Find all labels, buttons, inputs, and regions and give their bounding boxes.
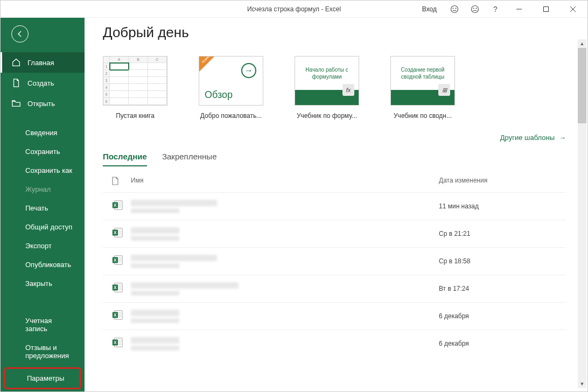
arrow-right-icon: → — [559, 134, 566, 142]
template-blank-thumb: ABC 1 2 3 4 5 6 — [103, 56, 167, 106]
excel-file-icon — [111, 227, 123, 239]
back-button[interactable] — [11, 25, 29, 43]
scroll-thumb[interactable] — [578, 48, 586, 123]
file-path-blurred — [131, 263, 179, 268]
template-pivot-label: Учебник по сводн... — [390, 112, 455, 120]
col-name: Имя — [131, 177, 439, 187]
signin-button[interactable]: Вход — [416, 5, 443, 13]
file-row[interactable]: Ср в 18:58 — [103, 247, 566, 275]
nav-open[interactable]: Открыть — [1, 93, 85, 114]
recent-files-list: Имя Дата изменения 11 мин назад Ср в 21:… — [103, 171, 566, 391]
close-button[interactable] — [561, 1, 585, 18]
window-title: Исчезла строка формул - Excel — [247, 5, 341, 13]
file-row[interactable]: 11 мин назад — [103, 192, 566, 220]
scroll-up-icon[interactable]: ▲ — [578, 39, 586, 48]
nav-history: Журнал — [1, 180, 85, 199]
excel-file-icon — [111, 282, 123, 293]
tab-pinned[interactable]: Закрепленные — [162, 152, 217, 166]
template-pivot-thumb: Создание первой сводной таблицы ⊞ — [390, 56, 455, 106]
file-date: Ср в 18:58 — [439, 257, 557, 265]
arrow-right-icon: → — [241, 63, 256, 78]
file-path-blurred — [131, 346, 179, 351]
col-date: Дата изменения — [439, 177, 557, 187]
help-icon[interactable]: ? — [486, 1, 505, 18]
nav-home-label: Главная — [27, 59, 54, 67]
template-blank[interactable]: ABC 1 2 3 4 5 6 Пустая книга — [103, 56, 167, 120]
svg-point-3 — [472, 5, 479, 12]
excel-file-icon — [111, 254, 123, 266]
svg-point-2 — [456, 8, 456, 9]
nav-new[interactable]: Создать — [1, 73, 85, 93]
vertical-scrollbar[interactable]: ▲ ▼ — [578, 39, 586, 388]
svg-point-5 — [476, 8, 477, 9]
svg-point-0 — [451, 5, 458, 12]
template-formulas-label: Учебник по форму... — [295, 112, 359, 120]
nav-share[interactable]: Общий доступ — [1, 218, 85, 236]
minimize-button[interactable] — [507, 1, 531, 18]
file-name-blurred — [131, 282, 239, 289]
file-date: Вт в 17:24 — [439, 285, 557, 292]
file-path-blurred — [131, 318, 179, 323]
template-tour-label: Добро пожаловать... — [199, 112, 263, 120]
nav-options[interactable]: Параметры — [4, 367, 81, 389]
recent-tabs: Последние Закрепленные — [103, 152, 566, 167]
file-date: 6 декабря — [439, 340, 557, 347]
nav-new-label: Создать — [27, 79, 54, 87]
nav-feedback[interactable]: Отзывы и предложения — [1, 338, 85, 365]
templates-row: ABC 1 2 3 4 5 6 Пустая книга Новинка → О… — [103, 56, 566, 120]
nav-export[interactable]: Экспорт — [1, 236, 85, 255]
pivot-icon: ⊞ — [438, 84, 450, 96]
file-path-blurred — [131, 291, 179, 296]
file-name-blurred — [131, 337, 179, 344]
file-name-blurred — [131, 227, 179, 234]
sad-face-icon[interactable] — [466, 1, 484, 18]
svg-rect-7 — [544, 6, 549, 11]
nav-account[interactable]: Учетная запись — [1, 311, 85, 338]
template-tour-thumb: Новинка → Обзор — [199, 56, 263, 106]
nav-publish[interactable]: Опубликовать — [1, 255, 85, 274]
file-row[interactable]: Ср в 21:21 — [103, 220, 566, 247]
tab-recent[interactable]: Последние — [103, 152, 147, 166]
file-path-blurred — [131, 236, 179, 241]
nav-saveas[interactable]: Сохранить как — [1, 161, 85, 180]
maximize-button[interactable] — [534, 1, 558, 18]
svg-point-4 — [473, 8, 474, 9]
scroll-down-icon[interactable]: ▼ — [578, 380, 586, 388]
excel-file-icon — [111, 309, 123, 321]
file-date: 6 декабря — [439, 312, 557, 320]
svg-point-1 — [453, 8, 453, 9]
file-date: Ср в 21:21 — [439, 230, 557, 237]
nav-save[interactable]: Сохранить — [1, 142, 85, 161]
template-formulas-thumb: Начало работы с формулами fx — [295, 56, 359, 106]
nav-close[interactable]: Закрыть — [1, 274, 85, 293]
template-pivot[interactable]: Создание первой сводной таблицы ⊞ Учебни… — [390, 56, 455, 120]
excel-file-icon — [111, 337, 123, 348]
file-row[interactable]: Вт в 17:24 — [103, 275, 566, 302]
file-name-blurred — [131, 310, 179, 316]
file-row[interactable]: 6 декабря — [103, 302, 566, 330]
nav-info[interactable]: Сведения — [1, 123, 85, 142]
more-templates-link[interactable]: Другие шаблоны → — [500, 134, 566, 142]
backstage-sidebar: Главная Создать Открыть Сведения Сохрани… — [1, 18, 85, 391]
file-name-blurred — [131, 255, 217, 261]
fx-icon: fx — [342, 84, 354, 96]
file-date: 11 мин назад — [439, 202, 557, 210]
greeting-heading: Добрый день — [103, 24, 566, 41]
file-name-blurred — [131, 200, 217, 206]
file-path-blurred — [131, 208, 179, 213]
template-tour[interactable]: Новинка → Обзор Добро пожаловать... — [199, 56, 263, 120]
content-area: Добрый день ABC 1 2 3 4 5 6 Пустая книга… — [85, 18, 587, 391]
excel-file-icon — [111, 199, 123, 211]
template-formulas[interactable]: Начало работы с формулами fx Учебник по … — [295, 56, 359, 120]
nav-open-label: Открыть — [27, 100, 55, 108]
file-list-header: Имя Дата изменения — [103, 171, 566, 192]
happy-face-icon[interactable] — [445, 1, 464, 18]
nav-home[interactable]: Главная — [1, 52, 85, 73]
template-blank-label: Пустая книга — [103, 112, 167, 120]
file-row[interactable]: 6 декабря — [103, 330, 566, 357]
document-icon — [111, 177, 119, 185]
titlebar: Исчезла строка формул - Excel Вход ? — [1, 1, 587, 18]
nav-print[interactable]: Печать — [1, 199, 85, 218]
